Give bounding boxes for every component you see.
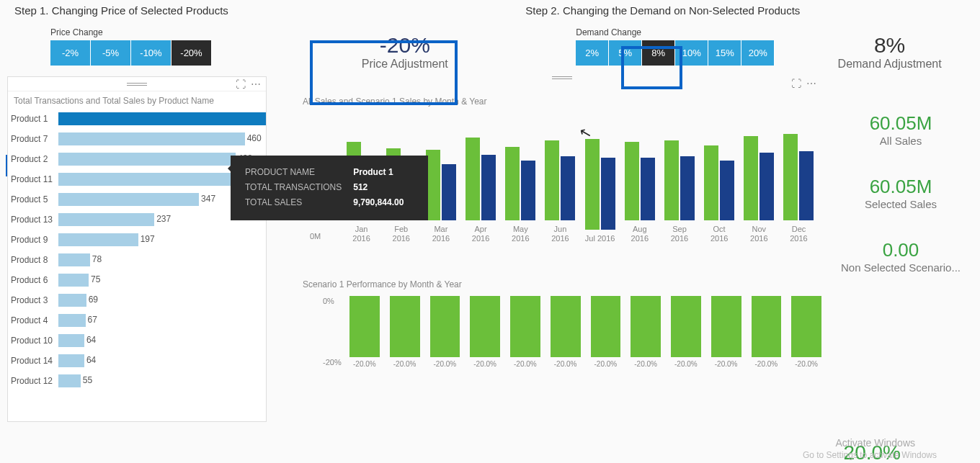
kpi-selected-sales-value: 60.05M [821,176,980,198]
perf-column[interactable]: -20.0% [510,296,540,368]
month-column[interactable]: Aug 2016 [624,127,655,243]
demand-adjustment-label: Demand Adjustment [814,58,966,71]
product-bar-row[interactable]: Product 878 [8,250,266,270]
product-bar-row[interactable]: Product 1255 [8,371,266,391]
product-label: Product 5 [8,194,58,204]
month-column[interactable]: May2016 [505,127,536,243]
focus-mode-icon[interactable]: ⛶ [236,78,246,90]
month-label: Jan 2016 [346,225,377,243]
demand-option-20pct[interactable]: 20% [741,40,775,66]
step2-label: Step 2. Changing the Demand on Non-Selec… [525,4,814,17]
month-column[interactable]: Dec 2016 [783,127,814,243]
month-column[interactable]: Apr 2016 [466,127,496,243]
product-label: Product 12 [8,376,58,386]
windows-watermark-2: Go to Settings to activate Windows [803,450,937,460]
kpi-non-selected-label: Non Selected Scenario... [821,261,980,274]
month-column[interactable]: Nov 2016 [744,127,775,243]
month-label: Jun 2016 [545,225,576,243]
month-label: Feb 2016 [386,225,416,243]
demand-option-15pct[interactable]: 15% [708,40,741,66]
product-bar-row[interactable]: Product 1064 [8,331,266,351]
product-bar-row[interactable]: Product 1464 [8,351,266,371]
perf-column[interactable]: -20.0% [591,296,621,368]
month-label: Mar 2016 [425,225,456,243]
product-label: Product 1 [8,114,58,124]
perf-value: -20.0% [514,360,537,368]
perf-y-1: -20% [323,358,342,367]
perf-column[interactable]: -20.0% [752,296,782,368]
product-bar-row[interactable]: Product 7460 [8,129,266,149]
bar-value: 78 [92,254,102,264]
demand-change-slicer: 2%5%8%10%15%20% [576,40,814,66]
bar-value: 197 [141,234,155,244]
perf-column[interactable]: -20.0% [791,296,821,368]
more-options-icon[interactable]: ⋯ [251,78,262,90]
price-option--10pct[interactable]: -10% [131,40,172,66]
perf-column[interactable]: -20.0% [390,296,420,368]
product-label: Product 13 [8,215,58,225]
perf-column[interactable]: -20.0% [671,296,701,368]
bar-value: 64 [86,355,96,365]
price-option--20pct[interactable]: -20% [172,40,212,66]
month-label: Oct 2016 [704,225,735,243]
demand-adjustment-value: 8% [814,33,966,58]
product-bar-row[interactable]: Product 1 [8,109,266,129]
focus-mode-icon[interactable]: ⛶ [791,78,801,89]
perf-value: -20.0% [674,360,698,368]
month-label: Sep 2016 [664,225,695,243]
bar-value: 347 [201,194,215,204]
product-chart-card: ⛶ ⋯ Total Transactions and Total Sales b… [7,76,267,422]
highlight-price-adjustment [310,40,458,105]
product-label: Product 11 [8,174,58,184]
kpi-all-sales-label: All Sales [821,135,980,147]
price-option--2pct[interactable]: -2% [50,40,91,66]
product-bar-row[interactable]: Product 9197 [8,230,266,250]
bar-value: 64 [86,335,96,345]
month-column[interactable]: Mar 2016 [425,127,456,243]
more-options-icon[interactable]: ⋯ [806,78,817,89]
month-label: Dec 2016 [783,225,814,243]
y-axis-0: 0M [310,232,321,241]
demand-change-label: Demand Change [576,27,814,37]
month-column[interactable]: Sep 2016 [664,127,695,243]
perf-column[interactable]: -20.0% [349,296,380,368]
perf-y-0: 0% [323,297,334,305]
perf-column[interactable]: -20.0% [631,296,661,368]
perf-value: -20.0% [715,360,738,368]
month-label: Nov 2016 [744,225,775,243]
perf-value: -20.0% [795,360,818,368]
perf-value: -20.0% [594,360,618,368]
product-label: Product 9 [8,235,58,245]
perf-column[interactable]: -20.0% [470,296,500,368]
perf-column[interactable]: -20.0% [551,296,581,368]
product-chart-title: Total Transactions and Total Sales by Pr… [8,91,266,109]
month-column[interactable]: Jul 2016 [584,136,615,243]
perf-value: -20.0% [353,360,376,368]
performance-chart[interactable]: Scenario 1 Performance by Month & Year 0… [303,275,821,368]
perf-value: -20.0% [434,360,457,368]
product-bar-row[interactable]: Product 5347 [8,189,266,210]
perf-column[interactable]: -20.0% [711,296,741,368]
month-column[interactable]: Oct 2016 [704,127,735,243]
grip-icon[interactable] [127,83,147,86]
month-label: Jul 2016 [585,234,615,243]
perf-value: -20.0% [755,360,778,368]
demand-option-2pct[interactable]: 2% [576,40,609,66]
perf-value: -20.0% [473,360,496,368]
product-bar-row[interactable]: Product 467 [8,310,266,331]
grip-icon[interactable] [552,76,572,79]
perf-column[interactable]: -20.0% [430,296,460,368]
month-column[interactable]: Jun 2016 [545,127,576,243]
product-bar-row[interactable]: Product 13237 [8,210,266,230]
product-label: Product 10 [8,336,58,346]
perf-value: -20.0% [393,360,416,368]
bar-value: 67 [88,315,97,325]
price-change-label: Price Change [50,27,284,37]
product-bar-row[interactable]: Product 369 [8,290,266,310]
product-bar-list: Product 1Product 7460Product 2438Product… [8,109,266,391]
product-label: Product 3 [8,295,58,305]
month-label: May2016 [512,225,529,243]
product-bar-row[interactable]: Product 675 [8,270,266,290]
product-label: Product 2 [8,154,58,164]
price-option--5pct[interactable]: -5% [91,40,131,66]
